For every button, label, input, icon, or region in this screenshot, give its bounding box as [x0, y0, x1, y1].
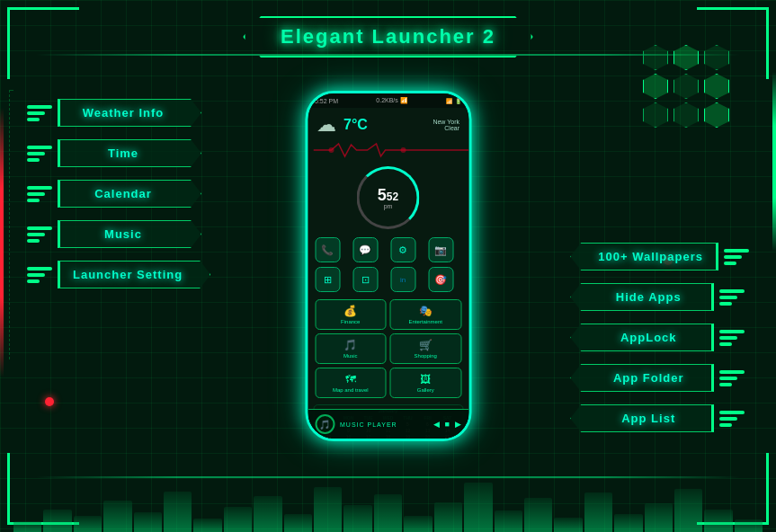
- launcher-setting-button[interactable]: Launcher Setting: [27, 261, 210, 288]
- battery-icon: 🔋: [455, 98, 461, 104]
- svg-point-1: [400, 147, 406, 153]
- eq-bar-22: [645, 503, 673, 532]
- clock-ampm: pm: [384, 203, 393, 209]
- eq-bar-13: [374, 494, 402, 532]
- eq-bar-12: [343, 505, 371, 532]
- music-category[interactable]: 🎵 Music: [315, 333, 387, 364]
- r-bar-f3: [719, 383, 732, 386]
- btn-bar-c2: [27, 192, 45, 196]
- time-button[interactable]: Time: [27, 139, 210, 167]
- entertainment-category[interactable]: 🎭 Entertainment: [390, 299, 462, 330]
- btn-bar-c1: [27, 186, 52, 190]
- time-label: Time: [58, 139, 201, 167]
- app-icon-phone[interactable]: 📞: [315, 237, 340, 262]
- music-player: 🎵 MUSIC PLAYER ◀ ■ ▶: [308, 409, 468, 439]
- app-list-button[interactable]: App List: [570, 404, 749, 432]
- finance-icon: 💰: [343, 305, 357, 317]
- shopping-category[interactable]: 🛒 Shopping: [390, 333, 462, 364]
- finance-label: Finance: [341, 319, 360, 324]
- app-icon-camera[interactable]: 📷: [428, 237, 453, 262]
- right-panel: 100+ Wallpapers Hide Apps AppLock App Fo…: [570, 243, 749, 432]
- btn-bar-m3: [27, 239, 40, 243]
- eq-bar-8: [224, 507, 252, 532]
- media-controls: ◀ ■ ▶: [433, 420, 461, 429]
- btn-bar-m1: [27, 226, 52, 230]
- weather-info-button[interactable]: Weather Info: [27, 99, 210, 127]
- btn-bar-2: [27, 111, 45, 115]
- eq-bar-23: [674, 489, 702, 532]
- hex-4: [643, 74, 668, 99]
- btn-bars-settings: [27, 267, 52, 283]
- heartbeat-line: [313, 142, 468, 158]
- app-icon-linkedin[interactable]: in: [390, 267, 415, 292]
- applock-label: AppLock: [570, 324, 714, 351]
- btn-bar-s3: [27, 279, 40, 283]
- status-time: 5:52 PM: [315, 98, 338, 104]
- entertainment-label: Entertainment: [409, 319, 442, 324]
- left-panel: Weather Info Time Calendar Music: [27, 99, 210, 288]
- play-button[interactable]: ■: [445, 420, 450, 429]
- eq-bar-24: [704, 510, 732, 532]
- right-bars-wall: [724, 249, 749, 265]
- maps-label: Map and travel: [333, 387, 369, 393]
- hex-5: [673, 74, 699, 99]
- gallery-category[interactable]: 🖼 Gallery: [390, 368, 462, 398]
- music-cat-label: Music: [343, 353, 358, 359]
- app-icon-msg[interactable]: 💬: [352, 237, 378, 262]
- eq-bar-17: [495, 510, 522, 532]
- r-bar-a1: [719, 411, 745, 414]
- app-icon-settings[interactable]: ⚙: [390, 237, 415, 262]
- clock-time: 552: [378, 187, 398, 203]
- r-bar-l2: [719, 336, 737, 340]
- btn-bar-s1: [27, 267, 52, 270]
- applock-button[interactable]: AppLock: [570, 324, 749, 351]
- prev-button[interactable]: ◀: [433, 420, 440, 429]
- eq-bar-21: [614, 514, 642, 532]
- cloud-icon: ☁: [317, 113, 336, 137]
- app-icon-tracker[interactable]: 🎯: [428, 267, 453, 292]
- side-decoration-left: [0, 108, 4, 377]
- app-icon-apps[interactable]: ⊞: [315, 267, 340, 292]
- app-folder-button[interactable]: App Folder: [570, 364, 749, 392]
- eq-bar-18: [524, 498, 552, 532]
- clock-section: 552 pm: [308, 162, 468, 234]
- hide-apps-label: Hide Apps: [570, 283, 714, 311]
- category-grid: 💰 Finance 🎭 Entertainment 🎵 Music 🛒 Shop…: [308, 296, 468, 402]
- r-bar-h3: [719, 302, 732, 306]
- right-bars-list: [719, 411, 745, 427]
- calendar-button[interactable]: Calendar: [27, 180, 210, 208]
- hide-apps-button[interactable]: Hide Apps: [570, 283, 749, 311]
- app-icon-more[interactable]: ⊡: [352, 267, 378, 292]
- r-bar-a3: [719, 423, 732, 427]
- launcher-setting-label: Launcher Setting: [58, 261, 210, 288]
- wifi-icon: 📶: [446, 98, 452, 104]
- next-button[interactable]: ▶: [455, 420, 461, 429]
- app-list-label: App List: [570, 404, 714, 432]
- music-label: Music: [58, 220, 201, 248]
- phone-screen: 5:52 PM 0.2KB/s 📶 📶 🔋 ☁ 7°C New York Cle…: [308, 93, 468, 439]
- eq-bar-1: [13, 521, 41, 532]
- hex-2: [673, 45, 699, 70]
- maps-category[interactable]: 🗺 Map and travel: [315, 368, 387, 398]
- btn-bar-3: [27, 118, 40, 121]
- right-bars-folder: [719, 370, 745, 386]
- heartbeat-section: [308, 142, 468, 162]
- wallpapers-label: 100+ Wallpapers: [570, 243, 718, 270]
- wallpapers-button[interactable]: 100+ Wallpapers: [570, 243, 749, 270]
- hex-decoration: [643, 45, 731, 128]
- eq-bar-3: [74, 516, 102, 532]
- music-icon: 🎵: [343, 339, 357, 351]
- finance-category[interactable]: 💰 Finance: [315, 299, 387, 330]
- clock-circle: 552 pm: [357, 166, 420, 229]
- btn-bar-t2: [27, 152, 45, 155]
- temperature-display: 7°C: [343, 117, 368, 133]
- btn-bars-music: [27, 226, 52, 243]
- music-button[interactable]: Music: [27, 220, 210, 248]
- entertainment-icon: 🎭: [419, 305, 433, 317]
- calendar-label: Calendar: [58, 180, 201, 208]
- r-bar-a2: [719, 417, 737, 421]
- btn-bar-m2: [27, 233, 45, 236]
- left-connector: [9, 90, 13, 359]
- app-title: Elegant Launcher 2: [281, 25, 495, 48]
- shopping-icon: 🛒: [419, 339, 433, 351]
